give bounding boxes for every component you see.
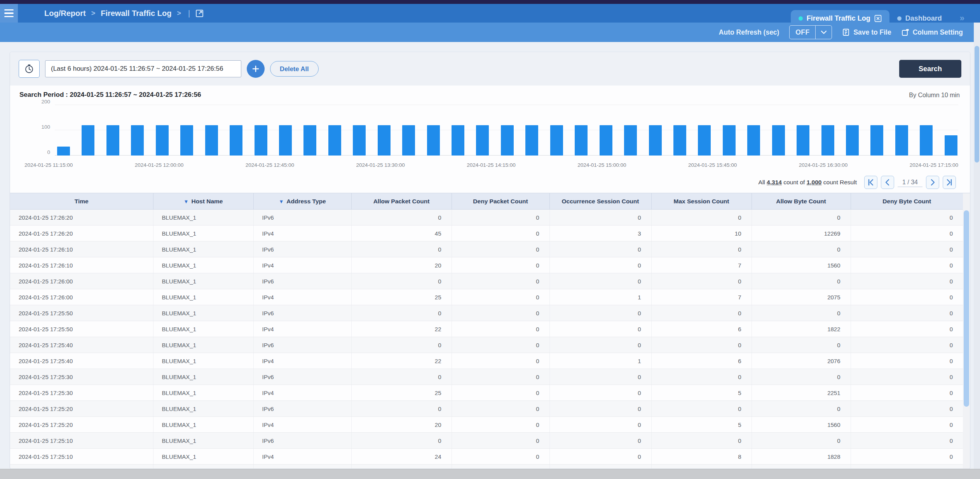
app-window: Log/Report > Firewall Traffic Log > | Fi… <box>0 0 980 479</box>
table-cell: 0 <box>752 369 851 385</box>
table-row[interactable]: 2024-01-25 17:26:00BLUEMAX_1IPv6000000 <box>10 273 963 289</box>
table-cell: 2024-01-25 17:25:40 <box>10 353 153 369</box>
table-cell: 1 <box>549 353 651 369</box>
delete-all-button[interactable]: Delete All <box>270 61 319 77</box>
table-row[interactable]: 2024-01-25 17:25:00BLUEMAX_1IPv6000000 <box>10 465 963 469</box>
chart-bar <box>846 125 859 156</box>
table-cell: 0 <box>351 369 452 385</box>
filter-icon[interactable]: ▼ <box>279 199 284 205</box>
table-row[interactable]: 2024-01-25 17:25:30BLUEMAX_1IPv6000000 <box>10 369 963 385</box>
table-row[interactable]: 2024-01-25 17:26:10BLUEMAX_1IPv420007156… <box>10 257 963 273</box>
table-cell: 2024-01-25 17:26:10 <box>10 257 153 273</box>
table-cell: 2024-01-25 17:25:50 <box>10 321 153 337</box>
search-button[interactable]: Search <box>899 60 961 78</box>
first-page-button[interactable] <box>864 176 877 189</box>
window-bottom-strip <box>0 469 980 479</box>
search-period-text: Search Period : 2024-01-25 11:26:57 ~ 20… <box>19 91 201 99</box>
log-table-area: Time▼Host Name▼Address TypeAllow Packet … <box>10 193 970 469</box>
time-range-icon[interactable] <box>19 60 40 78</box>
table-row[interactable]: 2024-01-25 17:25:40BLUEMAX_1IPv422016207… <box>10 353 963 369</box>
x-tick-label: 2024-01-25 17:15:00 <box>910 162 958 168</box>
table-cell: 0 <box>851 241 963 257</box>
column-header[interactable]: Max Session Count <box>651 193 752 210</box>
prev-page-button[interactable] <box>881 176 894 189</box>
table-row[interactable]: 2024-01-25 17:25:20BLUEMAX_1IPv420005156… <box>10 417 963 433</box>
breadcrumb-page[interactable]: Firewall Traffic Log <box>101 9 171 18</box>
table-cell: 0 <box>851 449 963 465</box>
chart-bar <box>649 125 662 156</box>
chart-bar <box>895 125 908 156</box>
table-cell: 0 <box>351 273 452 289</box>
table-row[interactable]: 2024-01-25 17:25:40BLUEMAX_1IPv6000000 <box>10 337 963 353</box>
table-cell: 2251 <box>752 385 851 401</box>
table-cell: 0 <box>452 321 549 337</box>
table-row[interactable]: 2024-01-25 17:26:20BLUEMAX_1IPv445031012… <box>10 226 963 241</box>
table-row[interactable]: 2024-01-25 17:25:10BLUEMAX_1IPv424008182… <box>10 449 963 465</box>
table-cell: 3 <box>549 226 651 241</box>
table-cell: 0 <box>351 465 452 469</box>
table-scrollbar-thumb[interactable] <box>964 210 969 407</box>
last-page-button[interactable] <box>943 176 956 189</box>
breadcrumb-section[interactable]: Log/Report <box>44 9 86 18</box>
table-cell: 0 <box>452 465 549 469</box>
page-scrollbar-thumb[interactable] <box>975 46 979 163</box>
table-cell: 0 <box>452 385 549 401</box>
column-setting-button[interactable]: Column Setting <box>902 28 963 37</box>
table-cell: 8 <box>651 449 752 465</box>
column-header[interactable]: Occurrence Session Count <box>549 193 651 210</box>
next-page-button[interactable] <box>926 176 939 189</box>
table-row[interactable]: 2024-01-25 17:25:10BLUEMAX_1IPv6000000 <box>10 433 963 449</box>
table-cell: 20 <box>351 417 452 433</box>
add-filter-button[interactable] <box>247 60 265 78</box>
chart-bar <box>698 125 711 156</box>
menu-icon[interactable] <box>0 4 18 23</box>
page-indicator[interactable]: 1 / 34 <box>898 178 922 187</box>
table-cell: 2024-01-25 17:25:00 <box>10 465 153 469</box>
external-link-icon[interactable] <box>195 9 204 17</box>
table-cell: 0 <box>651 337 752 353</box>
table-cell: 0 <box>851 321 963 337</box>
table-scrollbar[interactable] <box>963 193 970 469</box>
table-cell: IPv4 <box>253 321 351 337</box>
column-header[interactable]: Deny Packet Count <box>452 193 549 210</box>
table-cell: 6 <box>651 321 752 337</box>
chart-bar <box>303 125 316 156</box>
table-cell: 0 <box>351 337 452 353</box>
column-header[interactable]: Time <box>10 193 153 210</box>
column-header[interactable]: Allow Packet Count <box>351 193 452 210</box>
table-row[interactable]: 2024-01-25 17:26:00BLUEMAX_1IPv425017207… <box>10 289 963 305</box>
table-row[interactable]: 2024-01-25 17:26:10BLUEMAX_1IPv6000000 <box>10 241 963 257</box>
close-icon[interactable] <box>874 15 882 22</box>
table-row[interactable]: 2024-01-25 17:25:20BLUEMAX_1IPv6000000 <box>10 401 963 417</box>
table-row[interactable]: 2024-01-25 17:25:30BLUEMAX_1IPv425005225… <box>10 385 963 401</box>
table-row[interactable]: 2024-01-25 17:26:20BLUEMAX_1IPv6000000 <box>10 210 963 226</box>
traffic-bar-chart: 200 100 0 2024-01-25 11:15:002024-01-25 … <box>55 105 958 174</box>
table-cell: 0 <box>851 353 963 369</box>
filter-icon[interactable]: ▼ <box>184 199 189 205</box>
table-cell: IPv6 <box>253 337 351 353</box>
date-range-input[interactable] <box>45 60 241 77</box>
column-header[interactable]: Deny Byte Count <box>851 193 963 210</box>
chart-bar <box>476 125 489 156</box>
breadcrumb: Log/Report > Firewall Traffic Log > | <box>44 9 204 18</box>
save-to-file-button[interactable]: Save to File <box>842 28 891 37</box>
column-header[interactable]: Allow Byte Count <box>752 193 851 210</box>
column-header[interactable]: ▼Host Name <box>153 193 253 210</box>
page-scrollbar[interactable] <box>974 23 980 469</box>
table-cell: 0 <box>452 337 549 353</box>
table-row[interactable]: 2024-01-25 17:25:50BLUEMAX_1IPv422006182… <box>10 321 963 337</box>
table-cell: 0 <box>752 337 851 353</box>
table-cell: 2024-01-25 17:26:00 <box>10 273 153 289</box>
table-cell: 0 <box>549 417 651 433</box>
by-column-text: By Column 10 min <box>909 92 960 99</box>
table-cell: BLUEMAX_1 <box>153 241 253 257</box>
table-cell: 22 <box>351 353 452 369</box>
column-header[interactable]: ▼Address Type <box>253 193 351 210</box>
column-setting-label: Column Setting <box>913 28 963 37</box>
table-row[interactable]: 2024-01-25 17:25:50BLUEMAX_1IPv6000000 <box>10 305 963 321</box>
table-cell: 0 <box>651 433 752 449</box>
table-cell: 0 <box>452 449 549 465</box>
auto-refresh-select[interactable]: OFF <box>789 25 832 39</box>
table-cell: 0 <box>452 289 549 305</box>
column-header-label: Time <box>75 198 89 205</box>
